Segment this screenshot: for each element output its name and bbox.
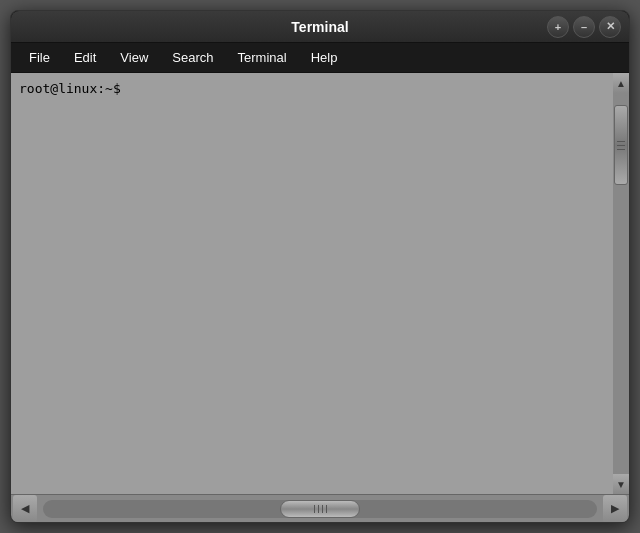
terminal-prompt: root@linux:~$ <box>19 81 121 96</box>
scroll-up-button[interactable]: ▲ <box>613 73 629 93</box>
grip-v-line-1 <box>314 505 315 513</box>
scroll-thumb-horizontal[interactable] <box>280 500 360 518</box>
scroll-right-button[interactable]: ▶ <box>603 495 627 523</box>
titlebar: Terminal + – ✕ <box>11 11 629 43</box>
menu-edit[interactable]: Edit <box>64 46 106 69</box>
close-button[interactable]: ✕ <box>599 16 621 38</box>
window-title: Terminal <box>291 19 348 35</box>
add-tab-button[interactable]: + <box>547 16 569 38</box>
scroll-thumb-vertical[interactable] <box>614 105 628 185</box>
terminal-content[interactable]: root@linux:~$ <box>11 73 613 494</box>
scroll-grip-horizontal <box>314 505 327 513</box>
menu-help[interactable]: Help <box>301 46 348 69</box>
menu-terminal[interactable]: Terminal <box>228 46 297 69</box>
grip-v-line-2 <box>318 505 319 513</box>
scroll-track-horizontal[interactable] <box>43 500 597 518</box>
menu-view[interactable]: View <box>110 46 158 69</box>
grip-line-2 <box>617 145 625 146</box>
menu-file[interactable]: File <box>19 46 60 69</box>
window-controls: + – ✕ <box>547 16 621 38</box>
grip-line-3 <box>617 149 625 150</box>
minimize-button[interactable]: – <box>573 16 595 38</box>
scroll-grip-vertical <box>617 141 625 150</box>
menubar: File Edit View Search Terminal Help <box>11 43 629 73</box>
menu-search[interactable]: Search <box>162 46 223 69</box>
grip-line-1 <box>617 141 625 142</box>
terminal-window: Terminal + – ✕ File Edit View Search Ter… <box>10 10 630 523</box>
horizontal-scrollbar[interactable]: ◀ ▶ <box>11 494 629 522</box>
grip-v-line-4 <box>326 505 327 513</box>
scroll-track-vertical[interactable] <box>614 95 628 472</box>
grip-v-line-3 <box>322 505 323 513</box>
vertical-scrollbar[interactable]: ▲ ▼ <box>613 73 629 494</box>
scroll-down-button[interactable]: ▼ <box>613 474 629 494</box>
main-area: root@linux:~$ ▲ ▼ <box>11 73 629 494</box>
scroll-left-button[interactable]: ◀ <box>13 495 37 523</box>
